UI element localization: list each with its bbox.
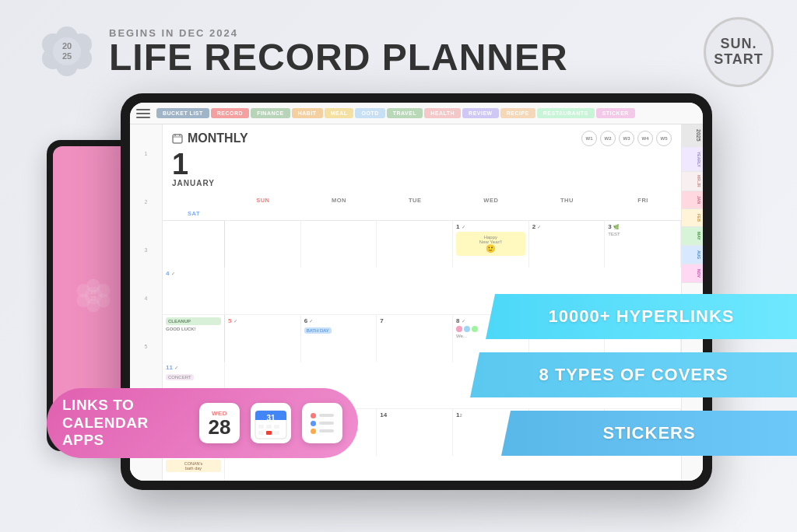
day-header-tue: TUE [377,194,453,207]
day-headers: SUN MON TUE WED THU FRI SAT [163,194,681,221]
tab-finance[interactable]: FINANCE [251,108,290,118]
svg-rect-30 [258,431,264,435]
svg-text:20: 20 [90,289,97,296]
svg-rect-32 [274,431,279,435]
tab-restaurants[interactable]: RESTAURANTS [537,108,595,118]
date-tue2: 7 [380,317,449,324]
header: 20 25 BEGINS IN DEC 2024 LIFE RECORD PLA… [39,23,568,79]
app-cal-date: 28 [209,417,231,437]
sidebar-tab-year[interactable]: 2025 [682,124,703,147]
event-conan: CONAN'sbath day [166,460,221,472]
page-title: LIFE RECORD PLANNER [109,39,568,76]
tab-meal[interactable]: MEAL [325,108,354,118]
links-to-calendar-banner: LINKS TO CALENDAR APPS WED 28 31 [47,388,358,458]
event-concert: CONCERT [166,374,194,380]
cal-cell-empty1 [163,221,225,268]
calendar-header: MONTHLY W1 W2 W3 W4 W5 [163,124,681,149]
row-4: 4 [130,292,162,341]
sidebar-tab-feb[interactable]: FEB [682,209,703,227]
sidebar-tab-may[interactable]: MAY [682,227,703,246]
reminder-dot-blue [311,421,316,426]
row-3: 3 [130,244,162,292]
event-cleanup: CLEANUP [166,317,221,325]
reminder-line-2 [319,422,334,425]
sun-start-label-line2: START [714,52,764,68]
tab-habit[interactable]: HABIT [292,108,323,118]
event-bath-day: BATH DAY [304,327,332,334]
sun-start-badge: SUN. START [704,17,774,87]
date-mon2: 6 ✓ [304,317,374,324]
week-badge-3[interactable]: W3 [619,131,634,146]
sidebar-tab-jan[interactable]: JAN [682,191,703,209]
day-header-fri: FRI [605,194,681,207]
svg-text:25: 25 [90,295,97,302]
app-icon-reminders[interactable] [302,403,342,443]
links-label-line1: LINKS TO [62,397,188,415]
date-fri1: 3 🌿 [608,223,677,230]
sidebar-tab-mrjr[interactable]: MR.JR [682,172,703,191]
hamburger-icon[interactable] [136,109,150,118]
sidebar-tab-aug[interactable]: AUG [682,246,703,264]
svg-text:20: 20 [62,41,72,51]
svg-rect-18 [173,135,182,143]
tab-sticker[interactable]: STICKER [596,108,635,118]
week-badge-2[interactable]: W2 [600,131,616,146]
cal-cell-sat3: CONAN'sbath day [163,456,225,481]
tab-ootd[interactable]: OOTD [355,108,384,118]
pink-logo-icon: 20 25 [75,277,112,314]
view-title: MONTHLY [172,131,248,145]
week-badge-4[interactable]: W4 [637,131,653,146]
header-text: BEGINS IN DEC 2024 LIFE RECORD PLANNER [109,27,568,76]
banner-covers: 8 TYPES OF COVERS [470,352,797,397]
day-header-sat: SAT [163,207,225,220]
cal-cell-fri1: 3 🌿 TEST [605,221,681,268]
app-icon-google-calendar[interactable]: 31 [251,403,291,443]
row-2: 2 [130,196,162,244]
date-sat1: 4 ✓ [166,270,221,277]
calendar-icon [172,133,183,144]
date-wed1: 1 ✓ [456,223,525,230]
sun-start-label-line1: SUN. [720,37,757,52]
tab-travel[interactable]: TRAVEL [387,108,423,118]
day-header-thu: THU [529,194,606,207]
tab-recipe[interactable]: RECIPE [500,108,535,118]
reminder-line-3 [319,429,334,432]
day-header-wed: WED [453,194,529,207]
tab-health[interactable]: HEALTH [424,108,461,118]
cal-cell-empty4 [377,221,453,268]
sidebar-tab-yearly[interactable]: YEARLY [682,147,703,173]
google-calendar-svg: 31 [251,403,291,443]
banner-stickers: STICKERS [501,411,797,456]
cal-cell-wed1: 1 ✓ HappyNew Year!!🙂 [453,221,529,268]
tab-bar: BUCKET LIST RECORD FINANCE HABIT MEAL OO… [130,103,703,124]
cal-cell-sun2: 5 ✓ [225,315,301,362]
week-badge-5[interactable]: W5 [656,131,672,146]
event-goodluck: GOOD LUCK! [166,327,221,331]
month-name: JANUARY [172,179,215,187]
links-label-line2: CALENDAR APPS [62,415,188,450]
tab-bucketlist[interactable]: BUCKET LIST [156,108,209,118]
svg-text:25: 25 [62,51,72,61]
weekly-badges: W1 W2 W3 W4 W5 [581,131,672,146]
tab-review[interactable]: REVIEW [462,108,499,118]
date-tue3: 14 [380,411,449,418]
week-badge-1[interactable]: W1 [581,131,597,146]
row-5: 5 [130,341,162,389]
cal-cell-empty3 [301,221,377,268]
svg-rect-28 [266,425,272,429]
reminder-line-1 [319,414,334,417]
cal-cell-empty2 [225,221,301,268]
cal-cell-tue3: 14 [377,409,453,456]
tab-record[interactable]: RECORD [211,108,249,118]
date-sat2: 11 ✓ [166,364,221,371]
day-header-empty [163,194,225,207]
app-icon-calendar[interactable]: WED 28 [199,403,240,443]
logo-flower-icon: 20 25 [39,23,95,79]
sidebar-tab-nov[interactable]: NOV [682,264,703,283]
date-sun2: 5 ✓ [228,317,297,324]
svg-rect-31 [266,431,272,435]
cal-cell-sat1: 4 ✓ [163,268,225,314]
reminder-dot-red [311,413,316,418]
event-newyear: HappyNew Year!!🙂 [456,232,525,256]
stickers-label: STICKERS [602,423,695,443]
